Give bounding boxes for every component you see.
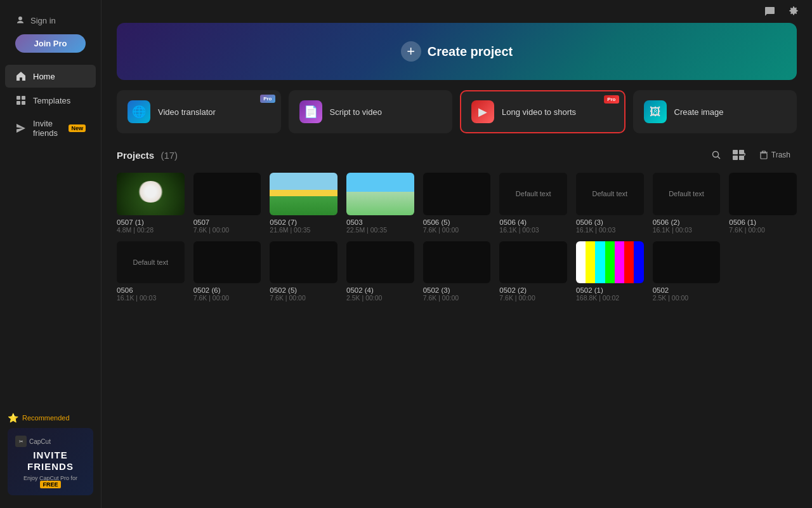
project-item-p5[interactable]: 0506 (5) 7.6K | 00:00 <box>423 173 491 234</box>
project-meta: 22.5M | 00:35 <box>346 226 414 234</box>
project-name: 0506 (5) <box>423 218 491 226</box>
projects-title-area: Projects (17) <box>117 150 178 161</box>
settings-icon[interactable] <box>785 3 802 20</box>
long-video-pro-tag: Pro <box>604 95 619 104</box>
search-projects-button[interactable] <box>707 146 725 164</box>
project-item-p9[interactable]: 0506 (1) 7.6K | 00:00 <box>729 173 797 234</box>
projects-count: (17) <box>160 150 178 161</box>
project-thumb <box>499 241 567 284</box>
svg-rect-11 <box>761 153 767 159</box>
project-meta: 16.1K | 00:03 <box>499 226 567 234</box>
project-meta: 7.6K | 00:00 <box>729 226 797 234</box>
project-item-p12[interactable]: 0502 (5) 7.6K | 00:00 <box>270 241 337 302</box>
project-meta: 7.6K | 00:00 <box>193 226 261 234</box>
project-meta: 7.6K | 00:00 <box>423 226 491 234</box>
project-name: 0502 (3) <box>423 286 491 294</box>
svg-rect-13 <box>762 151 765 153</box>
capcut-logo-row: ✂ CapCut <box>15 436 86 447</box>
project-item-p11[interactable]: 0502 (6) 7.6K | 00:00 <box>193 241 261 302</box>
project-item-p16[interactable]: 0502 (1) 168.8K | 00:02 <box>576 241 644 302</box>
project-name: 0506 (3) <box>576 218 644 226</box>
svg-rect-9 <box>733 156 738 160</box>
sidebar: Sign in Join Pro Home Templates <box>0 0 102 508</box>
project-item-p17[interactable]: 0502 2.5K | 00:00 <box>653 241 721 302</box>
project-meta: 2.5K | 00:00 <box>653 294 721 302</box>
project-item-p13[interactable]: 0502 (4) 2.5K | 00:00 <box>346 241 414 302</box>
project-thumb <box>270 241 337 284</box>
project-name: 0502 (7) <box>270 218 337 226</box>
project-name: 0506 (4) <box>499 218 567 226</box>
project-thumb: Default text <box>576 173 644 215</box>
project-name: 0502 (4) <box>346 286 414 294</box>
trash-button[interactable]: Trash <box>753 147 797 163</box>
project-item-p2[interactable]: 0507 7.6K | 00:00 <box>193 173 261 234</box>
project-item-p7[interactable]: Default text 0506 (3) 16.1K | 00:03 <box>576 173 644 234</box>
project-thumb <box>193 173 261 215</box>
sign-in-label: Sign in <box>30 16 56 25</box>
projects-actions: Trash <box>707 146 797 164</box>
new-badge: New <box>69 124 86 132</box>
video-translator-icon: 🌐 <box>128 100 150 123</box>
feature-card-script-to-video[interactable]: 📄 Script to video <box>289 90 453 133</box>
invite-subtitle: Enjoy CapCut Pro for FREE <box>15 475 86 488</box>
main-content: + Create project 🌐 Video translator Pro … <box>102 0 812 508</box>
long-video-icon: ▶ <box>471 100 494 123</box>
home-icon <box>15 70 27 82</box>
chat-icon[interactable] <box>761 3 778 20</box>
project-name: 0502 <box>653 286 721 294</box>
view-toggle-button[interactable] <box>730 146 748 164</box>
invite-card-inner: ✂ CapCut INVITEFRIENDS Enjoy CapCut Pro … <box>8 428 93 495</box>
project-thumb <box>423 173 491 215</box>
feature-card-create-image[interactable]: 🖼 Create image <box>633 90 797 133</box>
long-video-label: Long video to shorts <box>502 107 576 117</box>
svg-point-5 <box>712 152 718 157</box>
project-name: 0506 (1) <box>729 218 797 226</box>
project-item-p15[interactable]: 0502 (2) 7.6K | 00:00 <box>499 241 567 302</box>
projects-grid: 0507 (1) 4.8M | 00:28 0507 7.6K | 00:00 … <box>117 173 797 302</box>
sidebar-home-label: Home <box>33 72 55 81</box>
project-item-p6[interactable]: Default text 0506 (4) 16.1K | 00:03 <box>499 173 567 234</box>
project-meta: 7.6K | 00:00 <box>423 294 491 302</box>
join-pro-button[interactable]: Join Pro <box>15 34 86 53</box>
script-to-video-icon: 📄 <box>299 100 322 123</box>
project-name: 0507 (1) <box>117 218 185 226</box>
project-item-p10[interactable]: Default text 0506 16.1K | 00:03 <box>117 241 185 302</box>
sidebar-item-home[interactable]: Home <box>5 65 96 88</box>
sign-in-row[interactable]: Sign in <box>8 10 93 30</box>
project-meta: 2.5K | 00:00 <box>346 294 414 302</box>
project-item-p14[interactable]: 0502 (3) 7.6K | 00:00 <box>423 241 491 302</box>
script-to-video-label: Script to video <box>330 107 382 117</box>
project-item-p1[interactable]: 0507 (1) 4.8M | 00:28 <box>117 173 185 234</box>
feature-card-long-video[interactable]: ▶ Long video to shorts Pro <box>460 90 625 133</box>
project-thumb <box>346 241 414 284</box>
recommended-label: ⭐ Recommended <box>8 413 93 423</box>
feature-card-video-translator[interactable]: 🌐 Video translator Pro <box>117 90 281 133</box>
sidebar-item-invite[interactable]: Invite friends New <box>5 113 96 144</box>
invite-card[interactable]: ✂ CapCut INVITEFRIENDS Enjoy CapCut Pro … <box>8 428 93 495</box>
svg-rect-7 <box>733 150 738 154</box>
project-name: 0506 <box>117 286 185 294</box>
sidebar-item-templates[interactable]: Templates <box>5 89 96 112</box>
project-item-p3[interactable]: 0502 (7) 21.6M | 00:35 <box>270 173 337 234</box>
project-meta: 16.1K | 00:03 <box>117 294 185 302</box>
svg-rect-10 <box>739 156 744 160</box>
invite-title: INVITEFRIENDS <box>15 450 86 472</box>
project-item-p4[interactable]: 0503 22.5M | 00:35 <box>346 173 414 234</box>
project-item-p8[interactable]: Default text 0506 (2) 16.1K | 00:03 <box>653 173 721 234</box>
project-thumb <box>117 173 185 215</box>
project-thumb: Default text <box>653 173 721 215</box>
project-name: 0507 <box>193 218 261 226</box>
trash-label: Trash <box>771 150 790 159</box>
project-thumb <box>653 241 721 284</box>
sidebar-invite-label: Invite friends <box>33 119 62 138</box>
project-thumb <box>576 241 644 284</box>
video-translator-pro-tag: Pro <box>260 95 275 103</box>
create-project-banner[interactable]: + Create project <box>117 23 797 80</box>
send-icon <box>15 123 27 134</box>
project-thumb <box>423 241 491 284</box>
project-thumb: Default text <box>499 173 567 215</box>
svg-line-6 <box>717 157 720 159</box>
project-thumb <box>346 173 414 215</box>
sidebar-top: Sign in Join Pro <box>0 5 101 64</box>
free-label: FREE <box>40 481 60 488</box>
